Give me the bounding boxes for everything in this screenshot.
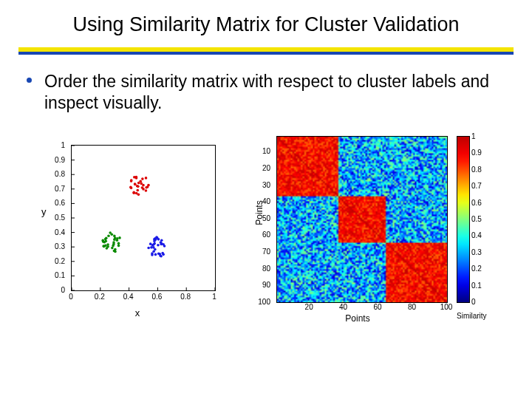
title-underline	[18, 47, 514, 55]
svg-point-44	[145, 186, 148, 189]
svg-point-43	[134, 183, 137, 186]
heatmap-yticks: 102030405060708090100	[247, 136, 273, 301]
svg-point-72	[117, 245, 120, 248]
svg-point-27	[141, 177, 144, 180]
svg-point-32	[145, 177, 148, 180]
bullet-item: Order the similarity matrix with respect…	[28, 71, 501, 115]
svg-point-30	[129, 186, 132, 189]
svg-point-60	[104, 238, 107, 241]
scatter-xticks: 00.20.40.60.81	[71, 293, 214, 303]
svg-point-71	[111, 233, 114, 236]
similarity-heatmap: Points 102030405060708090100 20406080100…	[247, 132, 511, 324]
bullet-text: Order the similarity matrix with respect…	[44, 71, 501, 115]
svg-point-40	[140, 183, 143, 185]
slide: Using Similarity Matrix for Cluster Vali…	[0, 0, 532, 399]
heatmap-box	[276, 136, 448, 303]
slide-title: Using Similarity Matrix for Cluster Vali…	[0, 13, 532, 36]
svg-point-36	[137, 182, 140, 185]
svg-point-45	[107, 234, 110, 237]
svg-point-17	[145, 189, 148, 192]
colorbar-label: Similarity	[457, 312, 487, 320]
underline-blue	[18, 52, 514, 55]
svg-point-105	[153, 239, 156, 242]
svg-point-67	[103, 241, 106, 244]
svg-point-97	[152, 243, 155, 246]
svg-point-104	[160, 239, 163, 242]
charts-area: y 00.10.20.30.40.50.60.70.80.91 00.20.40…	[37, 132, 511, 331]
svg-point-106	[149, 242, 152, 245]
svg-point-103	[157, 244, 160, 247]
svg-point-65	[113, 238, 116, 241]
scatter-chart: y 00.10.20.30.40.50.60.70.80.91 00.20.40…	[37, 142, 229, 319]
svg-point-85	[163, 245, 166, 248]
svg-point-77	[157, 253, 160, 256]
svg-point-24	[147, 184, 150, 187]
svg-point-69	[104, 245, 107, 248]
svg-point-57	[106, 243, 109, 246]
svg-point-22	[136, 189, 139, 192]
svg-point-92	[161, 252, 164, 255]
svg-point-66	[118, 236, 121, 239]
colorbar-ticks: 00.10.20.30.40.50.60.70.80.91	[471, 136, 494, 301]
scatter-xlabel: x	[135, 307, 140, 318]
svg-point-86	[151, 253, 154, 256]
svg-point-39	[135, 176, 138, 179]
heatmap-xticks: 20406080100	[276, 303, 446, 313]
scatter-plot-box	[71, 145, 216, 291]
svg-point-87	[154, 248, 157, 251]
svg-point-101	[155, 236, 158, 239]
svg-point-73	[112, 245, 115, 248]
heatmap-xlabel: Points	[345, 313, 369, 324]
svg-point-38	[132, 191, 135, 194]
svg-point-96	[147, 247, 150, 250]
svg-point-42	[142, 188, 145, 191]
scatter-yticks: 00.10.20.30.40.50.60.70.80.91	[37, 145, 68, 290]
svg-point-29	[137, 185, 140, 188]
svg-point-23	[137, 193, 140, 196]
svg-point-99	[159, 254, 162, 257]
colorbar	[457, 136, 470, 303]
svg-point-74	[113, 250, 116, 253]
scatter-svg	[72, 146, 215, 290]
svg-point-41	[130, 179, 133, 182]
svg-point-58	[116, 237, 119, 240]
svg-point-50	[106, 247, 109, 250]
svg-point-89	[154, 253, 157, 256]
svg-point-91	[157, 238, 160, 241]
bullet-dot-icon	[27, 78, 32, 83]
heatmap-canvas	[277, 137, 447, 302]
